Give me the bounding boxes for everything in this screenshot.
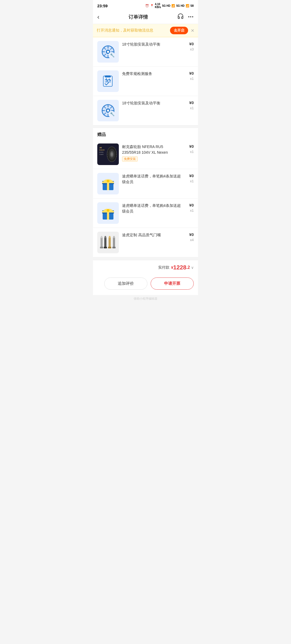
svg-rect-75 bbox=[113, 236, 115, 238]
product-item: 🔧 18寸轮胎安装及动平衡 ¥0 x1 bbox=[93, 96, 198, 125]
add-review-button[interactable]: 追加评价 bbox=[104, 278, 147, 290]
gift-item: 途虎定制 高品质气门嘴 ¥0 x4 bbox=[93, 228, 198, 257]
alarm-icon: ⏰ bbox=[145, 4, 149, 8]
product-info: 18寸轮胎安装及动平衡 bbox=[122, 41, 181, 47]
product-price: ¥0 bbox=[181, 203, 194, 207]
product-price: ¥0 bbox=[181, 144, 194, 149]
product-price: ¥0 bbox=[181, 173, 194, 178]
expand-icon[interactable]: ∨ bbox=[191, 265, 194, 270]
product-price-col: ¥0 x1 bbox=[181, 70, 194, 81]
status-icons: ⏰ 📍 4.10KB/s 5G HD 📶 5G HD 📶 58 bbox=[145, 3, 194, 9]
product-qty: x4 bbox=[181, 238, 194, 242]
signal-icon1: 📶 bbox=[171, 4, 175, 8]
product-price-col: ¥0 x1 bbox=[181, 173, 194, 183]
product-name: 途虎定制 高品质气门嘴 bbox=[122, 233, 161, 237]
product-qty: x1 bbox=[181, 106, 194, 110]
product-info: 免费常规检测服务 bbox=[122, 70, 181, 77]
product-name: 途虎晒单送话费，单笔购4条加送超级会员 bbox=[122, 203, 181, 213]
product-info: 途虎晒单送话费，单笔购4条加送超级会员 bbox=[122, 173, 181, 185]
svg-rect-73 bbox=[113, 237, 115, 248]
svg-point-40 bbox=[111, 152, 113, 156]
product-price-col: ¥0 x1 bbox=[181, 100, 194, 110]
svg-point-62 bbox=[107, 209, 109, 212]
product-qty: x3 bbox=[181, 47, 194, 51]
svg-text:节油耐用: 节油耐用 bbox=[99, 154, 103, 155]
svg-rect-67 bbox=[104, 237, 106, 248]
action-bar: 追加评价 申请开票 bbox=[93, 275, 198, 295]
product-name: 18寸轮胎安装及动平衡 bbox=[122, 42, 160, 46]
gift-product-image bbox=[97, 202, 119, 224]
product-item: 🔧 18寸轮胎安装及动平衡 ¥0 x3 bbox=[93, 37, 198, 67]
gift-item: 3年 质量保障 静音降噪 节油耐用 耐克森轮胎 NFERA RU5 235/55… bbox=[93, 140, 198, 169]
more-icon[interactable]: ··· bbox=[188, 13, 194, 20]
product-info: 18寸轮胎安装及动平衡 bbox=[122, 100, 181, 106]
total-currency: ¥ bbox=[171, 265, 173, 270]
product-info: 耐克森轮胎 NFERA RU5 235/55R18 104V XL Nexen … bbox=[122, 143, 181, 162]
product-tag: 免费安装 bbox=[122, 156, 138, 162]
gift-item: 途虎晒单送话费，单笔购4条加送超级会员 ¥0 x1 bbox=[93, 169, 198, 198]
product-info: 途虎晒单送话费，单笔购4条加送超级会员 bbox=[122, 202, 181, 214]
product-price-col: ¥0 x1 bbox=[181, 202, 194, 213]
svg-point-3 bbox=[107, 51, 109, 53]
notification-enable-button[interactable]: 去开启 bbox=[170, 27, 188, 34]
svg-rect-14 bbox=[103, 76, 112, 87]
product-qty: x1 bbox=[181, 77, 194, 81]
battery-icon: 58 bbox=[190, 4, 194, 7]
svg-rect-66 bbox=[101, 236, 102, 238]
status-bar: 23:59 ⏰ 📍 4.10KB/s 5G HD 📶 5G HD 📶 58 bbox=[93, 0, 198, 10]
bottom-hint: 借助小程序编辑器 bbox=[93, 295, 198, 302]
product-price: ¥0 bbox=[181, 100, 194, 105]
product-info: 途虎定制 高品质气门嘴 bbox=[122, 232, 181, 238]
product-price-col: ¥0 x1 bbox=[181, 143, 194, 154]
svg-rect-65 bbox=[100, 247, 103, 248]
product-qty: x1 bbox=[181, 208, 194, 213]
notification-text: 打开消息通知，及时获取物流信息 bbox=[97, 28, 170, 33]
gift-product-image bbox=[97, 173, 119, 194]
headset-icon[interactable] bbox=[177, 13, 184, 21]
total-decimal: .2 bbox=[186, 265, 190, 270]
product-price-col: ¥0 x4 bbox=[181, 232, 194, 242]
location-icon: 📍 bbox=[150, 4, 154, 8]
product-name: 18寸轮胎安装及动平衡 bbox=[122, 101, 160, 105]
product-qty: x1 bbox=[181, 150, 194, 154]
request-invoice-button[interactable]: 申请开票 bbox=[151, 278, 194, 290]
notification-close-button[interactable]: ✕ bbox=[191, 28, 194, 33]
product-image bbox=[97, 70, 119, 92]
svg-rect-74 bbox=[112, 247, 116, 248]
svg-rect-64 bbox=[101, 237, 103, 248]
network-speed: 4.10KB/s bbox=[155, 3, 161, 9]
total-amount: 1228 bbox=[173, 264, 186, 271]
svg-text:3年: 3年 bbox=[99, 147, 102, 149]
gift-section: 赠品 3年 质量保障 静音降噪 节油耐用 bbox=[93, 128, 198, 257]
svg-rect-72 bbox=[109, 236, 110, 238]
product-image: 🔧 bbox=[97, 41, 119, 63]
svg-text:🔧: 🔧 bbox=[110, 112, 115, 117]
gift-item: 途虎晒单送话费，单笔购4条加送超级会员 ¥0 x1 bbox=[93, 198, 198, 228]
svg-rect-71 bbox=[108, 247, 111, 248]
svg-point-21 bbox=[107, 109, 109, 112]
nav-bar: ‹ 订单详情 ··· bbox=[93, 10, 198, 24]
total-label: 实付款 bbox=[158, 265, 169, 270]
svg-rect-70 bbox=[109, 237, 111, 248]
5g-hd-icon1: 5G HD bbox=[162, 4, 171, 7]
gift-product-image bbox=[97, 232, 119, 253]
5g-hd-icon2: 5G HD bbox=[176, 4, 185, 7]
status-time: 23:59 bbox=[97, 4, 108, 8]
product-item: 免费常规检测服务 ¥0 x1 bbox=[93, 67, 198, 96]
svg-rect-15 bbox=[105, 76, 111, 77]
product-list: 🔧 18寸轮胎安装及动平衡 ¥0 x3 免费常规检测服务 bbox=[93, 37, 198, 125]
product-name: 耐克森轮胎 NFERA RU5 235/55R18 104V XL Nexen bbox=[122, 145, 168, 155]
product-price: ¥0 bbox=[181, 42, 194, 46]
product-qty: x1 bbox=[181, 179, 194, 183]
product-price-col: ¥0 x3 bbox=[181, 41, 194, 51]
product-price: ¥0 bbox=[181, 232, 194, 237]
svg-text:质量保障: 质量保障 bbox=[99, 149, 105, 151]
back-button[interactable]: ‹ bbox=[97, 13, 99, 21]
product-image: 🔧 bbox=[97, 100, 119, 121]
product-price: ¥0 bbox=[181, 71, 194, 76]
svg-rect-69 bbox=[105, 236, 106, 238]
page-title: 订单详情 bbox=[129, 14, 148, 20]
svg-text:静音降噪: 静音降噪 bbox=[99, 152, 103, 153]
product-name: 途虎晒单送话费，单笔购4条加送超级会员 bbox=[122, 174, 181, 184]
notification-banner: 打开消息通知，及时获取物流信息 去开启 ✕ bbox=[93, 24, 198, 37]
